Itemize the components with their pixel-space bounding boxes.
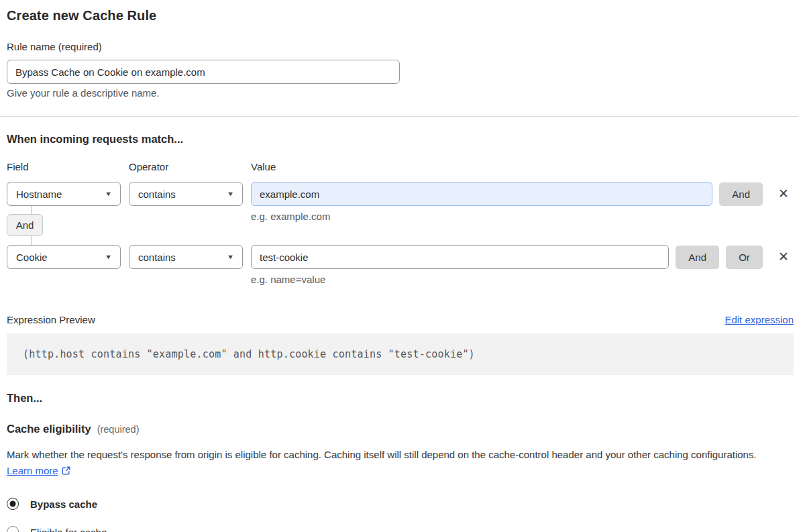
close-icon: ✕ bbox=[778, 187, 789, 201]
required-note: (required) bbox=[97, 424, 140, 435]
remove-condition-button[interactable]: ✕ bbox=[773, 184, 794, 204]
connector-and-button[interactable]: And bbox=[7, 214, 43, 236]
section-divider bbox=[0, 116, 798, 117]
rule-name-input[interactable] bbox=[7, 60, 400, 84]
radio-option-eligible-for-cache[interactable]: Eligible for cache bbox=[7, 526, 794, 532]
match-heading: When incoming requests match... bbox=[7, 133, 794, 146]
chevron-down-icon: ▼ bbox=[227, 191, 234, 197]
external-link-icon bbox=[61, 464, 71, 480]
operator-select-value: contains bbox=[138, 252, 176, 263]
expression-preview-label: Expression Preview bbox=[7, 314, 95, 325]
chevron-down-icon: ▼ bbox=[105, 191, 112, 197]
field-select[interactable]: Cookie ▼ bbox=[7, 245, 121, 269]
rule-name-helper: Give your rule a descriptive name. bbox=[7, 87, 794, 99]
field-select-value: Cookie bbox=[16, 252, 48, 263]
operator-column-label: Operator bbox=[129, 161, 243, 172]
edit-expression-link[interactable]: Edit expression bbox=[724, 314, 794, 325]
page-title: Create new Cache Rule bbox=[7, 8, 794, 23]
expression-preview-block: (http.host contains "example.com" and ht… bbox=[7, 333, 794, 375]
cache-eligibility-description: Mark whether the request's response from… bbox=[7, 447, 785, 480]
remove-condition-button[interactable]: ✕ bbox=[773, 247, 794, 267]
value-input[interactable] bbox=[251, 245, 669, 269]
value-helper: e.g. name=value bbox=[251, 274, 794, 285]
close-icon: ✕ bbox=[778, 250, 789, 264]
cache-eligibility-heading: Cache eligibility bbox=[7, 423, 91, 435]
value-input[interactable] bbox=[251, 182, 712, 206]
value-column-label: Value bbox=[251, 161, 794, 172]
and-button[interactable]: And bbox=[719, 182, 763, 206]
and-button[interactable]: And bbox=[676, 246, 719, 269]
value-helper: e.g. example.com bbox=[251, 211, 330, 222]
operator-select[interactable]: contains ▼ bbox=[129, 245, 243, 269]
create-cache-rule-form: Create new Cache Rule Rule name (require… bbox=[0, 0, 805, 532]
field-select[interactable]: Hostname ▼ bbox=[7, 182, 121, 206]
condition-row: Cookie ▼ contains ▼ And Or ✕ bbox=[7, 245, 794, 269]
field-column-label: Field bbox=[7, 161, 121, 172]
operator-select[interactable]: contains ▼ bbox=[129, 182, 243, 206]
condition-row: Hostname ▼ contains ▼ And ✕ bbox=[7, 182, 794, 206]
radio-option-bypass-cache[interactable]: Bypass cache bbox=[7, 498, 794, 510]
rule-name-label: Rule name (required) bbox=[7, 41, 102, 52]
operator-select-value: contains bbox=[138, 189, 176, 200]
radio-icon bbox=[7, 498, 19, 510]
radio-option-label: Bypass cache bbox=[30, 498, 97, 510]
then-heading: Then... bbox=[7, 392, 794, 405]
description-text: Mark whether the request's response from… bbox=[7, 449, 757, 460]
or-button[interactable]: Or bbox=[726, 246, 763, 269]
chevron-down-icon: ▼ bbox=[227, 254, 234, 260]
condition-column-labels: Field Operator Value bbox=[7, 161, 794, 172]
expression-code: (http.host contains "example.com" and ht… bbox=[23, 348, 475, 360]
radio-icon bbox=[7, 526, 19, 532]
chevron-down-icon: ▼ bbox=[105, 254, 112, 260]
radio-option-label: Eligible for cache bbox=[30, 527, 107, 532]
condition-connector-area: And e.g. example.com bbox=[7, 206, 794, 245]
field-select-value: Hostname bbox=[16, 189, 62, 200]
learn-more-link[interactable]: Learn more bbox=[7, 465, 58, 476]
